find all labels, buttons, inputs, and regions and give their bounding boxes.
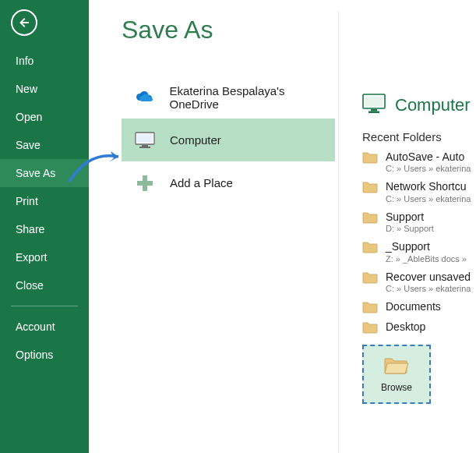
location-add-place[interactable]: Add a Place (122, 161, 335, 204)
nav-new[interactable]: New (0, 75, 89, 103)
nav-info[interactable]: Info (0, 47, 89, 75)
nav-save[interactable]: Save (0, 131, 89, 159)
folder-path: C: » Users » ekaterina (386, 194, 471, 203)
folder-name: Network Shortcu (386, 181, 471, 193)
svg-rect-8 (365, 97, 383, 107)
nav-save-as[interactable]: Save As (0, 159, 89, 187)
recent-folder[interactable]: Documents (362, 301, 476, 313)
recent-folder[interactable]: Desktop (362, 321, 476, 334)
folder-icon (362, 151, 378, 164)
folder-name: Recover unsaved (386, 271, 471, 283)
folder-icon (362, 181, 378, 193)
location-add-place-label: Add a Place (170, 176, 233, 189)
nav-share[interactable]: Share (0, 215, 89, 243)
computer-icon (131, 132, 159, 149)
folder-name: Desktop (386, 321, 425, 333)
nav-account[interactable]: Account (0, 313, 89, 341)
nav-export[interactable]: Export (0, 243, 89, 271)
nav-close[interactable]: Close (0, 271, 89, 299)
back-button[interactable] (11, 9, 37, 36)
folder-name: AutoSave - Auto (386, 151, 471, 163)
svg-rect-6 (137, 181, 153, 186)
computer-icon (362, 94, 386, 116)
back-arrow-icon (17, 16, 31, 30)
folder-icon (362, 271, 378, 284)
onedrive-icon (131, 90, 159, 104)
svg-rect-3 (142, 145, 148, 147)
folder-icon (362, 301, 378, 313)
svg-rect-2 (137, 134, 153, 143)
folder-name: Documents (386, 301, 441, 313)
add-place-icon (131, 174, 159, 193)
nav-print[interactable]: Print (0, 187, 89, 215)
folder-path: D: » Support (386, 224, 434, 233)
recent-folder[interactable]: AutoSave - AutoC: » Users » ekaterina (362, 151, 476, 173)
recent-folders-heading: Recent Folders (362, 130, 476, 143)
location-onedrive[interactable]: Ekaterina Bespalaya's OneDrive (122, 76, 335, 119)
location-computer-label: Computer (170, 133, 221, 147)
folder-icon (362, 211, 378, 224)
details-pane: Computer Recent Folders AutoSave - AutoC… (338, 11, 476, 453)
folder-icon (362, 321, 378, 334)
location-onedrive-label: Ekaterina Bespalaya's OneDrive (170, 84, 336, 111)
nav-open[interactable]: Open (0, 103, 89, 131)
recent-folder[interactable]: SupportD: » Support (362, 211, 476, 233)
recent-folder[interactable]: _SupportZ: » _AbleBits docs » (362, 241, 476, 263)
folder-icon (362, 241, 378, 253)
folder-open-icon (383, 355, 410, 377)
svg-rect-9 (371, 109, 377, 111)
recent-folder[interactable]: Network ShortcuC: » Users » ekaterina (362, 181, 476, 203)
folder-name: _Support (386, 241, 467, 253)
folder-name: Support (386, 211, 434, 223)
nav-options[interactable]: Options (0, 341, 89, 369)
location-computer[interactable]: Computer (122, 119, 335, 161)
browse-button[interactable]: Browse (362, 345, 431, 404)
details-title: Computer (395, 95, 471, 115)
svg-rect-10 (368, 111, 379, 114)
svg-rect-4 (139, 147, 150, 148)
folder-path: C: » Users » ekaterina (386, 284, 471, 293)
save-locations-pane: Save As Ekaterina Bespalaya's OneDrive C… (89, 0, 338, 453)
backstage-sidebar: Info New Open Save Save As Print Share E… (0, 0, 89, 453)
page-title: Save As (122, 16, 335, 44)
folder-path: Z: » _AbleBits docs » (386, 254, 467, 264)
nav-divider (11, 306, 78, 306)
browse-label: Browse (381, 382, 412, 393)
folder-path: C: » Users » ekaterina (386, 164, 471, 173)
recent-folder[interactable]: Recover unsavedC: » Users » ekaterina (362, 271, 476, 293)
